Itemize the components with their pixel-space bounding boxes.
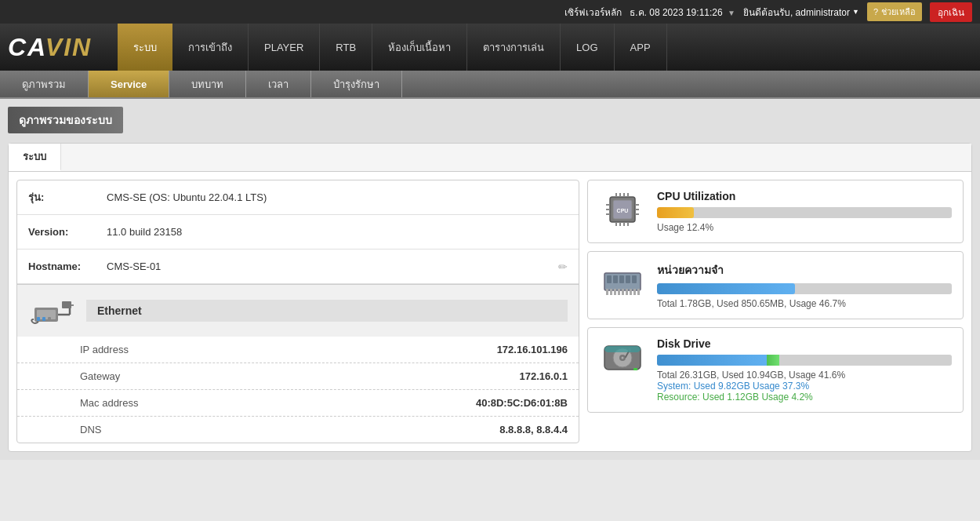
cpu-card: CPU CPU Utilization Usage 12.4% [587,180,964,243]
svg-rect-36 [622,289,624,295]
ip-row: IP address 172.16.101.196 [17,337,579,363]
memory-info: หน่วยความจำ Total 1.78GB, Used 850.65MB,… [657,261,952,309]
model-label: รุ่น: [28,189,107,206]
svg-rect-47 [633,368,637,370]
svg-rect-31 [632,275,637,283]
datetime-display: ธ.ค. 08 2023 19:11:26 ▼ [630,5,735,20]
disk-title: Disk Drive [657,337,952,350]
memory-progress-fill [657,283,795,294]
svg-rect-5 [62,301,71,308]
svg-text:CPU: CPU [617,208,629,213]
logo: CAVIN [8,33,102,62]
page-title: ดูภาพรวมของระบบ [8,107,123,133]
cpu-progress-fill [657,207,694,218]
model-row: รุ่น: CMS-SE (OS: Ubuntu 22.04.1 LTS) [17,180,579,215]
svg-rect-33 [610,289,612,295]
ip-label: IP address [80,344,129,355]
disk-bar-container [657,355,952,366]
tab-container: ระบบ รุ่น: CMS-SE (OS: Ubuntu 22.04.1 LT… [8,143,972,452]
cpu-icon: CPU [602,191,643,228]
ethernet-header: Ethernet [17,285,579,337]
question-icon: ? [873,7,878,16]
subnav-overview[interactable]: ดูภาพรวม [0,71,89,97]
disk-card: Disk Drive Total 26.31GB, Used 10.94GB, … [587,327,964,413]
tab-system[interactable]: ระบบ [9,144,61,171]
svg-rect-30 [626,275,630,283]
mac-value: 40:8D:5C:D6:01:8B [476,397,568,409]
version-row: Version: 11.0 build 23158 [17,215,579,250]
version-value: 11.0 build 23158 [107,226,182,238]
subnav-role[interactable]: บทบาท [169,71,246,97]
model-value: CMS-SE (OS: Ubuntu 22.04.1 LTS) [107,191,267,203]
nav-item-player[interactable]: PLAYER [249,24,320,71]
hostname-row: Hostname: CMS-SE-01 ✏ [17,250,579,284]
cpu-info: CPU Utilization Usage 12.4% [657,190,952,233]
urgent-button[interactable]: อุกเฉิน [930,2,972,22]
ethernet-title: Ethernet [86,300,568,322]
memory-icon-container [599,261,646,301]
main-nav: ระบบ การเข้าถึง PLAYER RTB ห้องเก็บเนื้อ… [118,24,980,71]
svg-rect-32 [606,289,608,295]
svg-rect-39 [633,289,636,295]
ethernet-icon [28,291,75,330]
cpu-icon-container: CPU [599,190,646,229]
nav-item-access[interactable]: การเข้าถึง [172,24,249,71]
svg-rect-28 [613,275,618,283]
nav-item-log[interactable]: LOG [561,24,614,71]
tab-header: ระบบ [9,144,971,172]
disk-icon-container [599,337,646,377]
datetime-dropdown-icon[interactable]: ▼ [728,9,735,17]
hostname-label: Hostname: [28,260,107,272]
edit-icon[interactable]: ✏ [558,260,568,273]
gateway-label: Gateway [80,370,120,382]
server-label-text: เซิร์ฟเวอร์หลัก [564,5,622,20]
server-name: เซิร์ฟเวอร์หลัก [564,5,622,20]
svg-rect-7 [42,317,45,321]
disk-bar-system-fill [657,355,767,366]
subnav-service[interactable]: Service [89,71,169,97]
svg-rect-34 [614,289,616,295]
svg-point-44 [622,357,624,359]
disk-resource-text[interactable]: Resource: Used 1.12GB Usage 4.2% [657,392,952,403]
nav-item-rtb[interactable]: RTB [320,24,372,71]
sub-nav: ดูภาพรวม Service บทบาท เวลา ปำรุงรักษา [0,71,980,99]
subnav-time[interactable]: เวลา [246,71,311,97]
dns-label: DNS [80,424,101,435]
ip-value: 172.16.101.196 [497,344,568,355]
gateway-row: Gateway 172.16.0.1 [17,363,579,390]
welcome-text[interactable]: ยินดีต้อนรับ, administrator [743,5,859,20]
svg-rect-37 [626,289,628,295]
nav-item-system[interactable]: ระบบ [118,24,172,71]
disk-icon [602,338,643,376]
disk-system-text[interactable]: System: Used 9.82GB Usage 37.3% [657,381,952,392]
right-panel: CPU CPU Utilization Usage 12.4% [587,180,964,443]
svg-rect-29 [619,275,624,283]
cpu-usage-text: Usage 12.4% [657,222,952,233]
svg-rect-35 [618,289,620,295]
help-button[interactable]: ? ช่วยเหลือ [867,2,922,21]
gateway-value: 172.16.0.1 [520,370,568,382]
disk-info: Disk Drive Total 26.31GB, Used 10.94GB, … [657,337,952,403]
svg-rect-6 [37,317,40,321]
svg-rect-8 [48,317,51,321]
nav-item-storage[interactable]: ห้องเก็บเนื้อหา [372,24,467,71]
memory-progress-bg [657,283,952,294]
svg-rect-27 [607,275,612,283]
disk-total-text: Total 26.31GB, Used 10.94GB, Usage 41.6% [657,370,952,381]
memory-card: หน่วยความจำ Total 1.78GB, Used 850.65MB,… [587,251,964,319]
mac-label: Mac address [80,397,138,409]
header: CAVIN ระบบ การเข้าถึง PLAYER RTB ห้องเก็… [0,24,980,71]
ethernet-rows: IP address 172.16.101.196 Gateway 172.16… [17,337,579,443]
mac-row: Mac address 40:8D:5C:D6:01:8B [17,390,579,417]
dns-value: 8.8.8.8, 8.8.4.4 [499,424,568,435]
disk-bar-resource-fill [767,355,779,366]
nav-item-schedule[interactable]: ตารางการเล่น [467,24,561,71]
page-content: ดูภาพรวมของระบบ ระบบ รุ่น: CMS-SE (OS: U… [0,99,980,460]
cpu-title: CPU Utilization [657,190,952,202]
ethernet-section: Ethernet IP address 172.16.101.196 Gatew… [17,284,579,443]
svg-rect-40 [637,289,640,295]
subnav-maintenance[interactable]: ปำรุงรักษา [311,71,402,97]
nav-item-app[interactable]: APP [615,24,667,71]
hostname-value: CMS-SE-01 [107,260,161,272]
svg-rect-48 [604,346,641,352]
